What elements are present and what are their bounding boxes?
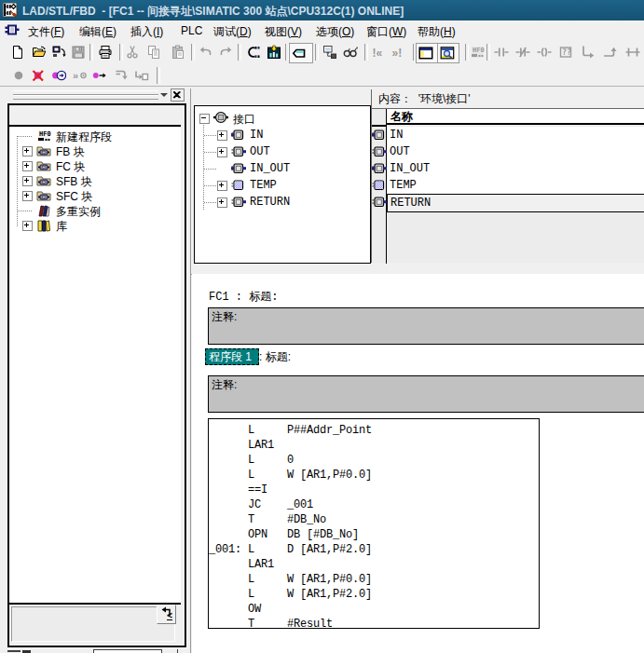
decl-in-out-icon xyxy=(372,163,387,174)
delete-breakpoints-button[interactable] xyxy=(29,66,48,85)
program-element-item[interactable]: SFC 块 xyxy=(9,188,181,203)
stl-code-line[interactable]: L W [AR1,P#0.0] xyxy=(209,468,539,483)
program-element-item[interactable]: FB 块 xyxy=(9,143,181,158)
table-row-out[interactable]: OUT xyxy=(387,143,644,160)
t-branch-button[interactable] xyxy=(623,43,642,61)
open-branch-button[interactable] xyxy=(578,43,596,61)
plc-connection-button[interactable] xyxy=(321,43,339,61)
menu-file[interactable]: 文件(F) xyxy=(28,24,64,40)
contact-no-button[interactable] xyxy=(492,43,511,61)
dock-menu-button[interactable] xyxy=(158,89,170,100)
stl-code-line[interactable]: OPN DB [#DB_No] xyxy=(209,527,539,542)
menu-insert[interactable]: 插入(I) xyxy=(130,24,163,40)
dock-close-button[interactable] xyxy=(171,88,185,102)
stl-code-line[interactable]: L W [AR1,P#2.0] xyxy=(209,587,539,602)
stl-code-line[interactable]: ==I xyxy=(209,483,539,497)
tree-expander-icon[interactable] xyxy=(22,191,33,201)
declaration-tree-item[interactable]: TEMP xyxy=(195,177,366,194)
copy-button[interactable] xyxy=(144,43,163,61)
menu-options[interactable]: 选项(O) xyxy=(316,24,354,40)
new-network-button[interactable] xyxy=(468,43,486,61)
stl-code-line[interactable]: T #Result xyxy=(209,617,539,632)
menu-edit[interactable]: 编辑(E) xyxy=(79,24,116,40)
next-error-button[interactable]: »! xyxy=(390,43,408,61)
table-column-header[interactable]: 名称 xyxy=(386,109,644,125)
program-element-item[interactable]: SFB 块 xyxy=(9,173,181,188)
insert-element-button[interactable]: < xyxy=(157,605,176,624)
table-row-in[interactable]: IN xyxy=(387,127,644,143)
stl-code-line[interactable]: L P##Addr_Point xyxy=(209,423,539,438)
stl-code-block[interactable]: L P##Addr_Point LAR1 L 0 L W [AR1,P#0.0]… xyxy=(208,418,540,629)
download-button[interactable] xyxy=(244,43,263,61)
detail-view-toggle-icon xyxy=(440,46,455,61)
menu-window[interactable]: 窗口(W) xyxy=(366,24,406,40)
execute-next-statement-button[interactable] xyxy=(112,66,130,85)
monitor-variable-button[interactable] xyxy=(341,43,360,61)
tree-expander-icon[interactable] xyxy=(217,147,227,157)
block-comment-box[interactable]: 注释: xyxy=(208,307,644,345)
stl-code-line[interactable]: L W [AR1,P#0.0] xyxy=(209,572,539,587)
tree-expander-icon[interactable] xyxy=(217,130,227,141)
new-document-button[interactable] xyxy=(8,43,27,61)
stl-code-line[interactable]: L 0 xyxy=(209,453,539,468)
table-row-in-out[interactable]: IN_OUT xyxy=(387,160,644,177)
detail-view-toggle-button[interactable] xyxy=(437,43,459,63)
stl-code-line[interactable]: LAR1 xyxy=(209,438,539,453)
overviews-toggle-button[interactable] xyxy=(416,43,438,63)
tree-expander-icon[interactable] xyxy=(22,221,33,231)
program-element-item[interactable]: 库 xyxy=(9,218,181,233)
menu-view[interactable]: 视图(V) xyxy=(265,24,302,40)
tree-expander-icon[interactable] xyxy=(22,161,33,171)
previous-error-button[interactable]: !« xyxy=(370,43,389,61)
menu-debug[interactable]: 调试(D) xyxy=(213,24,252,40)
declaration-tree-root[interactable]: 接口 xyxy=(195,110,366,127)
block-document-icon[interactable] xyxy=(5,23,20,36)
stl-code-line[interactable]: T #DB_No xyxy=(209,512,539,527)
network-title-suffix[interactable]: : 标题: xyxy=(259,348,291,365)
execute-call-button[interactable] xyxy=(132,66,151,85)
stl-code-line[interactable]: _001: L D [AR1,P#2.0] xyxy=(209,542,539,557)
table-row-temp[interactable]: TEMP xyxy=(387,177,644,194)
monitor-blocks-button[interactable] xyxy=(265,43,283,61)
close-branch-button[interactable] xyxy=(601,43,620,61)
tree-expander-icon[interactable] xyxy=(22,176,33,186)
cut-button[interactable] xyxy=(123,43,142,61)
coil-button[interactable] xyxy=(535,43,554,61)
menu-plc[interactable]: PLC xyxy=(181,24,202,37)
declaration-tree-item[interactable]: RETURN xyxy=(195,194,366,211)
dock-gripper[interactable] xyxy=(13,95,158,100)
open-online-button[interactable] xyxy=(50,43,69,61)
redo-button[interactable] xyxy=(216,43,235,61)
declaration-tree-item[interactable]: OUT xyxy=(195,143,366,160)
menu-help[interactable]: 帮助(H) xyxy=(418,24,456,40)
tree-expander-icon[interactable] xyxy=(217,197,227,208)
breakpoints-active-button[interactable] xyxy=(49,66,68,85)
program-element-item[interactable]: 多重实例 xyxy=(9,203,181,218)
empty-box-button[interactable]: ?? xyxy=(556,43,575,61)
block-title[interactable]: FC1 : 标题: xyxy=(209,289,278,305)
program-element-item[interactable]: 新建程序段 xyxy=(9,129,181,143)
save-button[interactable] xyxy=(69,43,88,61)
stl-code-line[interactable]: LAR1 xyxy=(209,557,539,572)
symbol-information-toggle-button[interactable] xyxy=(289,43,313,63)
undo-button[interactable] xyxy=(197,43,215,61)
set-breakpoint-button[interactable] xyxy=(9,66,28,85)
contact-nc-button[interactable] xyxy=(514,43,532,61)
open-button[interactable] xyxy=(30,43,48,61)
close-icon xyxy=(171,90,182,100)
table-row-return[interactable]: RETURN xyxy=(387,194,644,212)
tree-expander-icon[interactable] xyxy=(22,146,33,156)
network-comment-box[interactable]: 注释: xyxy=(208,375,644,413)
program-element-item[interactable]: FC 块 xyxy=(9,158,181,173)
resume-button[interactable] xyxy=(90,66,109,85)
declaration-tree-item[interactable]: IN_OUT xyxy=(195,160,366,177)
edit-breakpoints-button[interactable]: » xyxy=(71,66,89,85)
tree-expander-icon[interactable] xyxy=(217,181,227,191)
declaration-tree-item[interactable]: IN xyxy=(195,127,366,143)
stl-code-line[interactable]: OW xyxy=(209,602,539,617)
print-button[interactable] xyxy=(96,43,115,61)
paste-button[interactable] xyxy=(169,43,187,61)
network-title-highlight[interactable]: 程序段 1 xyxy=(205,348,259,365)
tree-collapse-icon[interactable] xyxy=(199,114,210,124)
stl-code-line[interactable]: JC _001 xyxy=(209,497,539,512)
